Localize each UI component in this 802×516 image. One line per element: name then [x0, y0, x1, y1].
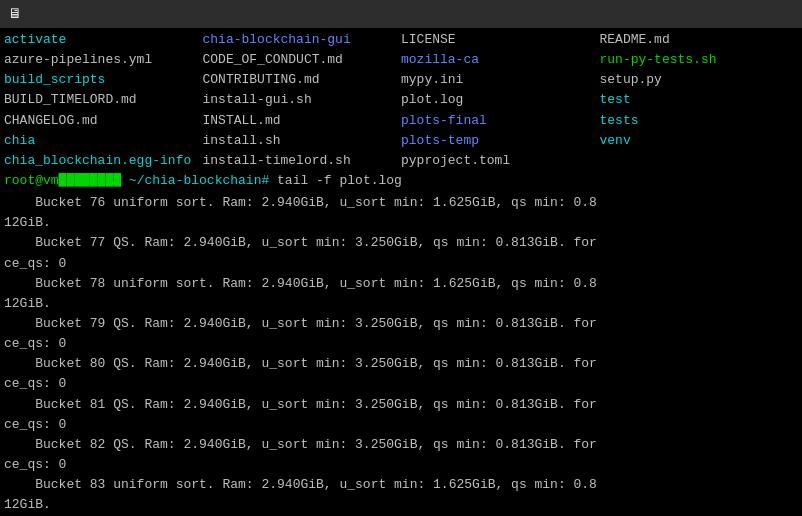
log-line: Bucket 77 QS. Ram: 2.940GiB, u_sort min:… [4, 233, 798, 253]
minimize-button[interactable] [702, 0, 730, 28]
prompt-user: root@vm████████ [4, 173, 121, 188]
file-cell: run-py-tests.sh [600, 50, 799, 70]
prompt-path: ~/chia-blockchain# [121, 173, 277, 188]
file-row: build_scriptsCONTRIBUTING.mdmypy.inisetu… [4, 70, 798, 90]
log-line: Bucket 82 QS. Ram: 2.940GiB, u_sort min:… [4, 435, 798, 455]
file-cell: azure-pipelines.yml [4, 50, 203, 70]
file-cell: CODE_OF_CONDUCT.md [203, 50, 402, 70]
file-row: CHANGELOG.mdINSTALL.mdplots-finaltests [4, 111, 798, 131]
log-line: Bucket 79 QS. Ram: 2.940GiB, u_sort min:… [4, 314, 798, 334]
file-cell: pyproject.toml [401, 151, 600, 171]
file-cell: CONTRIBUTING.md [203, 70, 402, 90]
log-line: Bucket 83 uniform sort. Ram: 2.940GiB, u… [4, 475, 798, 495]
file-cell: venv [600, 131, 799, 151]
file-cell: activate [4, 30, 203, 50]
file-cell: install.sh [203, 131, 402, 151]
file-cell: test [600, 90, 799, 110]
terminal[interactable]: activatechia-blockchain-guiLICENSEREADME… [0, 28, 802, 516]
terminal-icon: 🖥 [8, 6, 22, 22]
close-button[interactable] [766, 0, 794, 28]
prompt-line: root@vm████████ ~/chia-blockchain# tail … [4, 171, 798, 191]
file-row: activatechia-blockchain-guiLICENSEREADME… [4, 30, 798, 50]
file-cell: setup.py [600, 70, 799, 90]
log-line: Bucket 78 uniform sort. Ram: 2.940GiB, u… [4, 274, 798, 294]
prompt-cmd: tail -f plot.log [277, 173, 402, 188]
titlebar: 🖥 [0, 0, 802, 28]
log-line: ce_qs: 0 [4, 334, 798, 354]
log-line: Bucket 81 QS. Ram: 2.940GiB, u_sort min:… [4, 395, 798, 415]
log-output: Bucket 76 uniform sort. Ram: 2.940GiB, u… [0, 193, 802, 515]
log-line: ce_qs: 0 [4, 415, 798, 435]
file-row: chia_blockchain.egg-infoinstall-timelord… [4, 151, 798, 171]
file-cell: tests [600, 111, 799, 131]
log-line: ce_qs: 0 [4, 374, 798, 394]
file-cell: chia_blockchain.egg-info [4, 151, 203, 171]
file-cell: mypy.ini [401, 70, 600, 90]
log-line: 12GiB. [4, 213, 798, 233]
file-row: chiainstall.shplots-tempvenv [4, 131, 798, 151]
file-listing: activatechia-blockchain-guiLICENSEREADME… [0, 28, 802, 193]
file-cell: CHANGELOG.md [4, 111, 203, 131]
file-cell: build_scripts [4, 70, 203, 90]
file-cell: LICENSE [401, 30, 600, 50]
log-line: 12GiB. [4, 294, 798, 314]
maximize-button[interactable] [734, 0, 762, 28]
file-cell: chia [4, 131, 203, 151]
file-cell: README.md [600, 30, 799, 50]
log-line: Bucket 80 QS. Ram: 2.940GiB, u_sort min:… [4, 354, 798, 374]
log-line: ce_qs: 0 [4, 455, 798, 475]
file-cell: mozilla-ca [401, 50, 600, 70]
file-cell: install-timelord.sh [203, 151, 402, 171]
log-line: ce_qs: 0 [4, 254, 798, 274]
file-cell: BUILD_TIMELORD.md [4, 90, 203, 110]
file-cell: plots-temp [401, 131, 600, 151]
titlebar-controls [702, 0, 794, 28]
log-line: Bucket 76 uniform sort. Ram: 2.940GiB, u… [4, 193, 798, 213]
file-cell: INSTALL.md [203, 111, 402, 131]
file-cell: chia-blockchain-gui [203, 30, 402, 50]
file-cell: plot.log [401, 90, 600, 110]
file-cell: install-gui.sh [203, 90, 402, 110]
file-cell [600, 151, 799, 171]
log-line: 12GiB. [4, 495, 798, 515]
titlebar-left: 🖥 [8, 6, 28, 22]
file-row: BUILD_TIMELORD.mdinstall-gui.shplot.logt… [4, 90, 798, 110]
file-cell: plots-final [401, 111, 600, 131]
file-row: azure-pipelines.ymlCODE_OF_CONDUCT.mdmoz… [4, 50, 798, 70]
